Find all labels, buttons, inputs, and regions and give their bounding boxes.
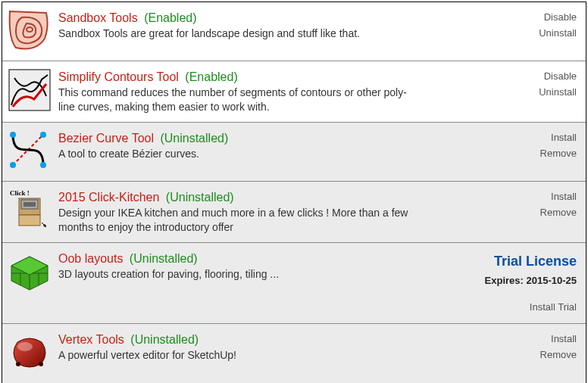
extension-description: This command reduces the number of segme… [58, 86, 422, 114]
extension-actions: Install Remove [486, 332, 577, 363]
extension-status: (Uninstalled) [130, 252, 198, 265]
extension-row: Click ! 2015 Click-Kitchen (Uninstalled)… [2, 182, 586, 243]
sandbox-icon [8, 10, 51, 52]
trial-expires-label: Expires: 2015-10-25 [485, 273, 577, 289]
extension-name-link[interactable]: Oob layouts [58, 252, 123, 265]
oob-layouts-icon [8, 251, 51, 293]
extension-name-link[interactable]: Sandbox Tools [58, 11, 138, 24]
extension-row: Bezier Curve Tool (Uninstalled) A tool t… [2, 123, 586, 182]
svg-point-20 [16, 362, 20, 366]
extension-actions: Install Remove [486, 189, 577, 221]
simplify-contours-icon [8, 69, 51, 111]
extension-info: Vertex Tools (Uninstalled) A powerful ve… [58, 332, 478, 363]
extension-row: Sandbox Tools (Enabled) Sandbox Tools ar… [2, 2, 586, 61]
disable-link[interactable]: Disable [486, 69, 577, 85]
extension-description: A powerful vertex editor for SketchUp! [58, 348, 422, 363]
svg-rect-10 [23, 202, 36, 207]
extension-row: Vertex Tools (Uninstalled) A powerful ve… [2, 324, 586, 383]
svg-point-5 [10, 162, 16, 168]
svg-point-19 [17, 342, 33, 351]
extension-status: (Uninstalled) [166, 191, 234, 204]
extension-description: A tool to create Bézier curves. [58, 147, 422, 161]
svg-rect-11 [19, 215, 40, 226]
extension-description: 3D layouts creation for paving, flooring… [58, 267, 422, 282]
extension-description: Sandbox Tools are great for landscape de… [58, 26, 422, 41]
extension-info: 2015 Click-Kitchen (Uninstalled) Design … [58, 189, 478, 235]
svg-point-6 [40, 132, 46, 138]
remove-link[interactable]: Remove [486, 205, 577, 221]
vertex-tools-icon [8, 332, 51, 374]
extension-name-link[interactable]: Vertex Tools [58, 333, 124, 346]
extension-info: Simplify Contours Tool (Enabled) This co… [58, 69, 478, 114]
install-trial-link[interactable]: Install Trial [485, 300, 577, 316]
install-link[interactable]: Install [486, 189, 577, 205]
install-link[interactable]: Install [486, 332, 577, 347]
svg-point-4 [40, 162, 46, 168]
extension-info: Oob layouts (Uninstalled) 3D layouts cre… [58, 251, 477, 282]
extension-actions: Trial License Expires: 2015-10-25 Instal… [485, 251, 577, 316]
svg-point-21 [39, 362, 43, 366]
install-link[interactable]: Install [486, 130, 577, 146]
trial-license-label: Trial License [485, 251, 577, 272]
uninstall-link[interactable]: Uninstall [486, 26, 577, 42]
remove-link[interactable]: Remove [486, 347, 577, 363]
extension-info: Sandbox Tools (Enabled) Sandbox Tools ar… [58, 10, 478, 41]
svg-text:Click !: Click ! [10, 189, 30, 197]
extension-name-link[interactable]: Simplify Contours Tool [58, 70, 179, 83]
extension-status: (Uninstalled) [160, 132, 228, 145]
extension-info: Bezier Curve Tool (Uninstalled) A tool t… [58, 130, 478, 161]
svg-point-3 [10, 132, 16, 138]
click-kitchen-icon: Click ! [8, 189, 51, 232]
remove-link[interactable]: Remove [486, 146, 577, 162]
extension-row: Oob layouts (Uninstalled) 3D layouts cre… [2, 243, 586, 324]
extension-status: (Enabled) [144, 11, 196, 24]
extension-list: Sandbox Tools (Enabled) Sandbox Tools ar… [2, 2, 586, 383]
extension-actions: Install Remove [486, 130, 577, 162]
extension-actions: Disable Uninstall [486, 69, 577, 101]
uninstall-link[interactable]: Uninstall [486, 85, 577, 101]
extension-description: Design your IKEA kitchen and much more i… [58, 206, 422, 235]
extension-actions: Disable Uninstall [486, 10, 577, 42]
extension-status: (Enabled) [185, 70, 237, 83]
disable-link[interactable]: Disable [486, 10, 577, 26]
bezier-curve-icon [8, 130, 51, 173]
extension-name-link[interactable]: 2015 Click-Kitchen [58, 191, 159, 204]
extension-name-link[interactable]: Bezier Curve Tool [58, 132, 154, 145]
extension-status: (Uninstalled) [130, 333, 199, 346]
extension-row: Simplify Contours Tool (Enabled) This co… [2, 61, 586, 123]
